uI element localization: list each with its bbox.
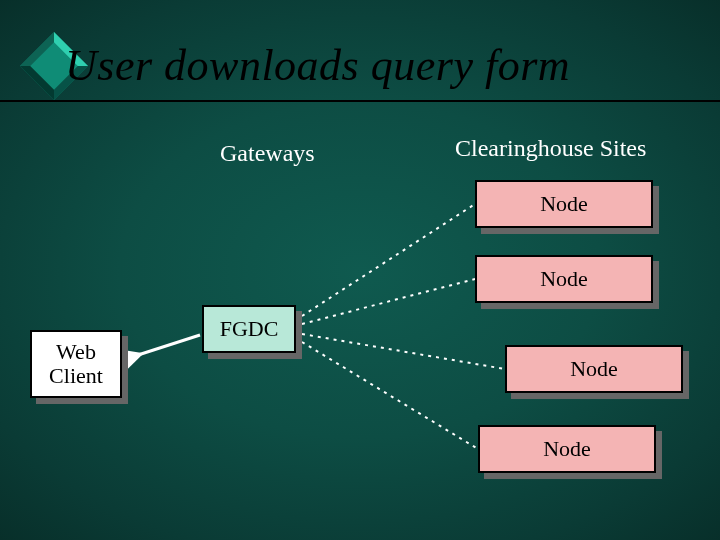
svg-line-6 <box>138 335 200 355</box>
node-label-4: Node <box>543 436 591 462</box>
node-label-1: Node <box>540 191 588 217</box>
svg-line-9 <box>302 334 505 369</box>
fgdc-box: FGDC <box>202 305 296 353</box>
title-underline <box>0 100 720 102</box>
web-client-box: Web Client <box>30 330 122 398</box>
fgdc-label: FGDC <box>220 316 279 342</box>
svg-line-7 <box>302 204 475 316</box>
svg-line-8 <box>302 279 475 324</box>
svg-line-10 <box>302 342 478 449</box>
node-box-3: Node <box>505 345 683 393</box>
web-client-line1: Web <box>56 340 96 364</box>
node-box-2: Node <box>475 255 653 303</box>
node-box-1: Node <box>475 180 653 228</box>
node-label-3: Node <box>570 356 618 382</box>
web-client-line2: Client <box>49 364 103 388</box>
clearinghouse-column-label: Clearinghouse Sites <box>455 135 646 162</box>
slide-title: User downloads query form <box>65 40 570 91</box>
node-label-2: Node <box>540 266 588 292</box>
node-box-4: Node <box>478 425 656 473</box>
gateways-column-label: Gateways <box>220 140 315 167</box>
slide: User downloads query form Gateways Clear… <box>0 0 720 540</box>
